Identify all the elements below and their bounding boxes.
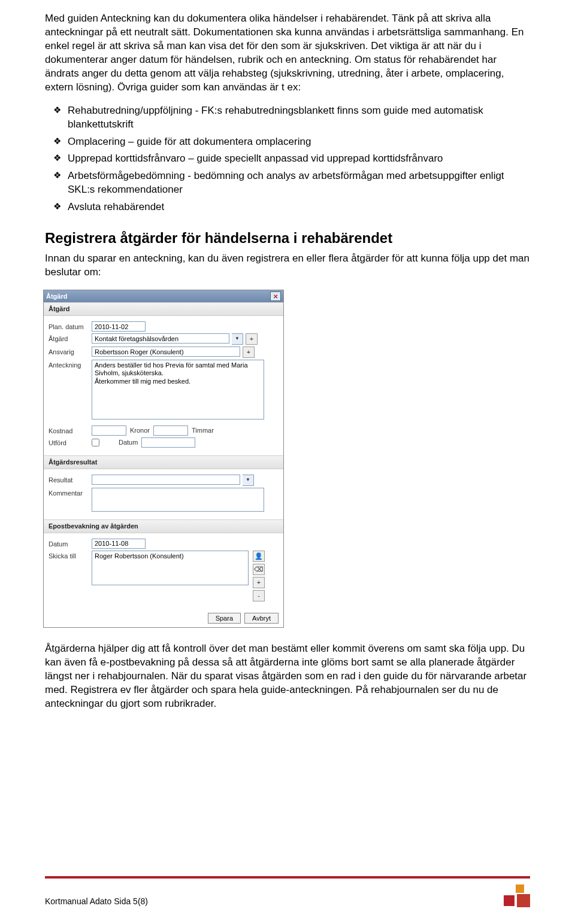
dialog-title: Åtgärd [46,292,67,301]
remove-button[interactable]: - [253,590,265,601]
skicka-till-textarea[interactable] [92,551,249,585]
label-datum: Datum [119,438,138,447]
label-skicka-till: Skicka till [49,551,89,561]
add-button[interactable]: + [243,346,255,358]
label-plan-datum: Plan. datum [49,321,89,332]
chevron-down-icon[interactable]: ▼ [243,475,254,486]
spara-button[interactable]: Spara [208,613,241,624]
epost-datum-input[interactable] [92,539,146,549]
list-item: Rehabutredning/uppföljning - FK:s rehabu… [68,104,530,132]
label-atgard: Åtgärd [49,333,89,344]
label-kommentar: Kommentar [49,488,89,498]
footer-divider [45,876,530,879]
section-header-atgard: Åtgärd [44,302,283,316]
section-header-resultat: Åtgärdsresultat [44,455,283,469]
label-resultat: Resultat [49,475,89,485]
label-kostnad: Kostnad [49,425,89,436]
resultat-input[interactable] [92,475,240,485]
list-item: Omplacering – guide för att dokumentera … [68,135,530,149]
chevron-down-icon[interactable]: ▼ [232,333,243,345]
kommentar-textarea[interactable] [92,488,264,512]
kostnad-input[interactable] [92,425,126,436]
add-button[interactable]: + [253,577,265,588]
label-timmar: Timmar [192,426,214,435]
atgard-dialog: Åtgärd ✕ Åtgärd Plan. datum Åtgärd ▼ + A… [43,290,284,628]
utford-checkbox[interactable] [92,439,99,446]
person-icon[interactable]: 👤 [253,551,265,562]
ansvarig-input[interactable] [92,346,240,357]
label-kronor: Kronor [130,426,150,435]
timmar-input[interactable] [153,425,188,436]
section-header-epost: Epostbevakning av åtgärden [44,519,283,533]
clear-icon[interactable]: ⌫ [253,564,265,575]
list-item: Arbetsförmågebedömning - bedömning och a… [68,169,530,197]
logo-squares [504,885,530,907]
close-icon[interactable]: ✕ [270,291,281,301]
dialog-titlebar: Åtgärd ✕ [44,290,283,302]
label-epost-datum: Datum [49,539,89,549]
anteckning-textarea[interactable] [92,360,264,420]
label-ansvarig: Ansvarig [49,346,89,357]
label-anteckning: Anteckning [49,360,89,370]
list-item: Avsluta rehabärendet [68,200,530,214]
section-heading: Registrera åtgärder för händelserna i re… [45,229,530,248]
list-item: Upprepad korttidsfrånvaro – guide specie… [68,152,530,166]
intro-paragraph: Med guiden Anteckning kan du dokumentera… [45,12,530,95]
footer-text: Kortmanual Adato Sida 5(8) [45,896,148,907]
avbryt-button[interactable]: Avbryt [244,613,279,624]
section-intro: Innan du sparar en anteckning, kan du äv… [45,252,530,279]
plan-datum-input[interactable] [92,321,146,332]
atgard-input[interactable] [92,333,229,344]
closing-paragraph: Åtgärderna hjälper dig att få kontroll ö… [45,642,530,711]
add-button[interactable]: + [246,333,258,345]
bullet-list: Rehabutredning/uppföljning - FK:s rehabu… [45,104,530,215]
label-utford: Utförd [49,437,89,448]
utford-datum-input[interactable] [141,437,195,448]
